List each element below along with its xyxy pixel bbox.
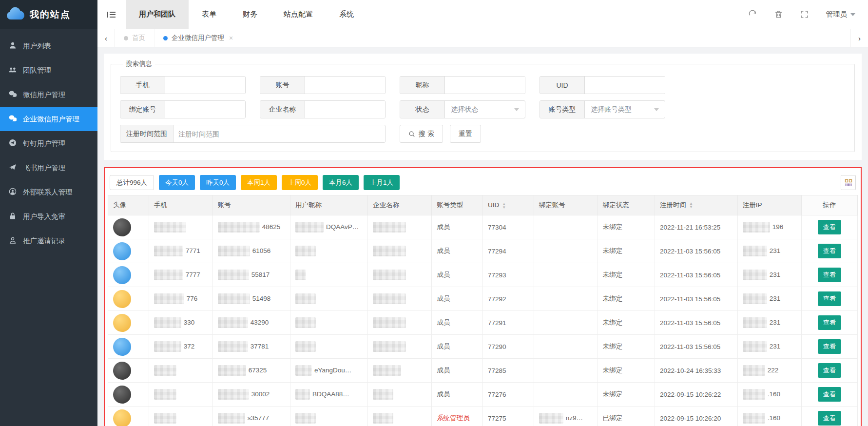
sidebar-item[interactable]: 企业微信用户管理 — [0, 107, 97, 131]
redacted-block — [373, 293, 406, 304]
view-button[interactable]: 查看 — [818, 363, 841, 378]
cell-text: 51498 — [252, 295, 271, 302]
sort-icon[interactable]: ▲▼ — [502, 202, 506, 209]
nav-tab[interactable]: 站点配置 — [270, 0, 326, 29]
table-body: 48625DQAAvP…成员77304未绑定2022-11-21 16:53:2… — [108, 215, 858, 426]
column-header-account: 账号 — [212, 195, 290, 215]
reset-button[interactable]: 重置 — [450, 125, 481, 143]
column-header-uid[interactable]: UID▲▼ — [482, 195, 534, 215]
field-label: 绑定账号 — [120, 101, 165, 118]
redacted-block — [373, 317, 406, 328]
text-input[interactable] — [305, 101, 385, 118]
view-button[interactable]: 查看 — [818, 339, 841, 354]
avatar — [113, 362, 131, 380]
sidebar-item[interactable]: 外部联系人管理 — [0, 180, 97, 204]
nav-tab[interactable]: 系统 — [326, 0, 367, 29]
stat-button[interactable]: 今天0人 — [159, 175, 195, 190]
nav-tab[interactable]: 财务 — [230, 0, 270, 29]
feishu-icon — [9, 163, 17, 173]
view-button[interactable]: 查看 — [818, 411, 841, 426]
column-header-reg_time[interactable]: 注册时间▲▼ — [655, 195, 738, 215]
text-input[interactable] — [445, 77, 525, 94]
stat-button[interactable]: 上周0人 — [282, 175, 318, 190]
cell-text: 77304 — [488, 224, 506, 231]
cell-text: DQAAvP… — [326, 223, 359, 231]
cell-text: 231 — [770, 271, 781, 278]
text-input[interactable] — [165, 101, 245, 118]
search-fieldset: 搜索信息 手机账号昵称UID绑定账号企业名称状态选择状态账号类型选择账号类型 注… — [111, 59, 855, 152]
avatar — [113, 266, 131, 284]
sidebar-item[interactable]: 推广邀请记录 — [0, 229, 97, 253]
cell-text: 77275 — [488, 415, 506, 422]
nav-tab[interactable]: 表单 — [189, 0, 230, 29]
close-tab-icon[interactable]: × — [229, 34, 233, 42]
cell-text: 43290 — [251, 319, 269, 326]
tabs-scroll-right-icon[interactable]: › — [850, 29, 868, 47]
cell-text: 67325 — [249, 367, 267, 374]
cell-text: 196 — [772, 223, 784, 231]
sidebar: 我的站点 用户列表团队管理微信用户管理企业微信用户管理钉钉用户管理飞书用户管理外… — [0, 0, 97, 426]
tab-dot-icon — [124, 36, 128, 40]
fullscreen-icon[interactable] — [800, 10, 809, 19]
lock-icon — [9, 212, 17, 221]
sidebar-item[interactable]: 飞书用户管理 — [0, 155, 97, 180]
view-button[interactable]: 查看 — [818, 291, 841, 306]
view-button[interactable]: 查看 — [818, 244, 841, 258]
redacted-block — [218, 270, 249, 280]
view-button[interactable]: 查看 — [818, 220, 841, 234]
team-icon — [9, 66, 17, 75]
page-tab[interactable]: 首页 — [115, 29, 154, 47]
field-label: UID — [540, 77, 585, 94]
cell-text: 成员 — [437, 295, 450, 302]
redacted-block — [154, 222, 186, 232]
sidebar-item[interactable]: 团队管理 — [0, 58, 97, 82]
admin-dropdown[interactable]: 管理员 — [826, 10, 856, 19]
view-button[interactable]: 查看 — [818, 268, 841, 282]
select-field[interactable]: 选择账号类型 — [585, 101, 665, 118]
text-input[interactable] — [585, 77, 665, 94]
redacted-block — [295, 293, 316, 304]
sidebar-item[interactable]: 用户导入免审 — [0, 204, 97, 229]
search-button[interactable]: 搜 索 — [400, 125, 443, 143]
column-settings-button[interactable] — [841, 175, 856, 190]
sidebar-item[interactable]: 钉钉用户管理 — [0, 131, 97, 155]
sidebar-item[interactable]: 用户列表 — [0, 34, 97, 58]
invite-icon — [9, 236, 17, 246]
sidebar-item-label: 用户列表 — [23, 41, 51, 51]
stat-button[interactable]: 总计996人 — [110, 175, 154, 190]
nav-tab[interactable]: 用户和团队 — [126, 0, 189, 29]
chevron-down-icon — [850, 13, 855, 16]
view-button[interactable]: 查看 — [818, 387, 841, 402]
sort-icon[interactable]: ▲▼ — [689, 202, 693, 209]
search-field: 账号 — [260, 76, 386, 94]
cell-text: nz9… — [566, 414, 583, 422]
stat-button[interactable]: 本月6人 — [323, 175, 359, 190]
sidebar-collapse-icon[interactable] — [97, 0, 126, 29]
stat-button[interactable]: 本周1人 — [241, 175, 277, 190]
cell-text: 231 — [770, 343, 781, 350]
tabs-scroll-left-icon[interactable]: ‹ — [97, 29, 115, 47]
redacted-block — [154, 270, 183, 280]
view-button[interactable]: 查看 — [818, 315, 841, 330]
select-field[interactable]: 选择状态 — [445, 101, 525, 118]
nav-tabs: 用户和团队表单财务站点配置系统 — [126, 0, 367, 29]
date-range-input[interactable] — [174, 125, 385, 142]
page-tab[interactable]: 企业微信用户管理× — [154, 29, 242, 47]
text-input[interactable] — [305, 77, 385, 94]
redacted-block — [295, 246, 316, 256]
stat-button[interactable]: 上月1人 — [364, 175, 400, 190]
redacted-block — [743, 317, 767, 328]
redacted-block — [295, 341, 316, 352]
stat-button[interactable]: 昨天0人 — [200, 175, 236, 190]
admin-label: 管理员 — [826, 10, 848, 19]
text-input[interactable] — [165, 77, 245, 94]
sidebar-item[interactable]: 微信用户管理 — [0, 82, 97, 107]
search-field: 绑定账号 — [120, 100, 246, 118]
redacted-block — [154, 246, 183, 256]
table-row: 77651498成员77292未绑定2022-11-03 15:56:05231… — [108, 287, 858, 311]
redacted-block — [154, 389, 176, 400]
refresh-icon[interactable] — [749, 10, 757, 19]
trash-icon[interactable] — [774, 10, 783, 19]
redacted-block — [218, 365, 246, 376]
search-row3: 注册时间范围 搜 索 重置 — [120, 125, 846, 143]
